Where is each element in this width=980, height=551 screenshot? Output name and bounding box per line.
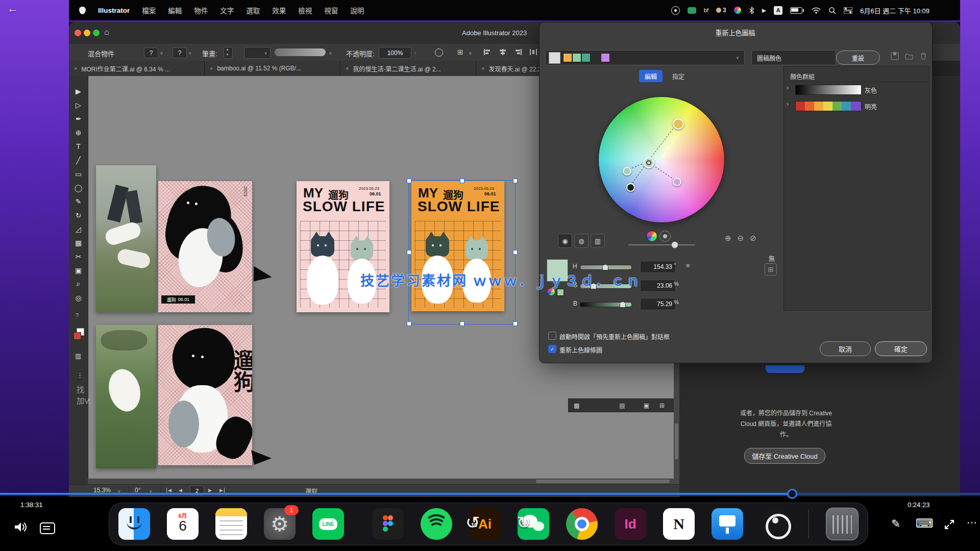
- fill-swatch[interactable]: [74, 332, 81, 340]
- menubar-clock[interactable]: 6月6日 週二 下午 10:09: [860, 6, 929, 15]
- align-center-icon[interactable]: [499, 49, 506, 55]
- menu-file[interactable]: 檔案: [142, 5, 156, 15]
- dock-obs-icon[interactable]: [760, 508, 792, 540]
- preset-swatch-purple[interactable]: [601, 53, 610, 62]
- scrubber-remaining[interactable]: [791, 493, 980, 495]
- photo-artwork-bottom[interactable]: [96, 325, 156, 468]
- artwork-colors-select[interactable]: 圖稿顏色: [751, 50, 836, 65]
- trash-icon[interactable]: [919, 52, 927, 60]
- stroke-proxy-chevron-icon[interactable]: ∨: [188, 51, 192, 56]
- opacity-value[interactable]: 100%: [379, 47, 411, 59]
- document-tab-2[interactable]: ×bamboo.ai @ 11.52 % (RGB/...: [205, 61, 340, 76]
- back-button[interactable]: ←: [7, 2, 18, 15]
- fill-proxy-chevron-icon[interactable]: ∨: [160, 51, 163, 56]
- tab-close-icon[interactable]: ×: [481, 65, 484, 71]
- remove-color-tool-icon[interactable]: ⊖: [738, 234, 744, 243]
- volume-icon[interactable]: [14, 521, 28, 533]
- group-bright-disclosure-icon[interactable]: ›: [787, 100, 789, 108]
- libraries-panel-icon[interactable]: ▣: [644, 402, 649, 409]
- window-close-button[interactable]: [75, 30, 81, 36]
- preset-swatch-orange[interactable]: [563, 53, 572, 62]
- photo-artwork-top[interactable]: [96, 165, 156, 312]
- saturation-value-input[interactable]: 23.06: [640, 280, 676, 292]
- scrubber-played[interactable]: [0, 493, 791, 495]
- reset-button[interactable]: 重設: [836, 51, 880, 65]
- meeting-app-icon[interactable]: [688, 7, 696, 14]
- artboards-panel-icon[interactable]: ⊞: [659, 402, 665, 409]
- brightness-value-input[interactable]: 75.29: [640, 298, 676, 310]
- skip-back-button[interactable]: ↺ 10: [465, 514, 486, 535]
- rotate-tool[interactable]: ↻: [69, 208, 88, 222]
- hand-tool[interactable]: ⌕: [69, 277, 88, 291]
- selection-handle-nw[interactable]: [407, 179, 411, 183]
- last-artboard-icon[interactable]: ▶: [219, 488, 225, 493]
- color-bars-view-button[interactable]: ▥: [591, 234, 605, 248]
- selection-handle-se[interactable]: [513, 321, 518, 326]
- poster-pink-cat-top[interactable]: 遛狗06.01 2023: [158, 181, 252, 312]
- recolor-art-checkbox[interactable]: ✓: [548, 345, 556, 353]
- selection-handle-s[interactable]: [460, 321, 464, 326]
- group-bright-swatches[interactable]: [795, 101, 862, 111]
- brightness-slider[interactable]: [628, 244, 695, 245]
- scrubber-knob[interactable]: [787, 489, 797, 499]
- help-tool-icon[interactable]: ?: [76, 312, 79, 318]
- bluetooth-icon[interactable]: [749, 7, 754, 14]
- color-node-dark[interactable]: [626, 183, 635, 192]
- add-color-tool-icon[interactable]: ⊕: [725, 234, 731, 243]
- dock-line-icon[interactable]: LINE: [312, 508, 344, 540]
- first-artboard-icon[interactable]: ◀: [166, 488, 172, 493]
- tab-close-icon[interactable]: ×: [74, 65, 77, 71]
- cancel-button[interactable]: 取消: [820, 341, 871, 356]
- vertical-scrollbar-thumb[interactable]: [675, 423, 678, 459]
- window-zoom-button[interactable]: [93, 30, 100, 36]
- dock-indesign-icon[interactable]: Id: [615, 508, 646, 540]
- type-tool[interactable]: T: [69, 139, 88, 153]
- group-gray-label[interactable]: 灰色: [865, 86, 877, 94]
- brightness-slider-knob[interactable]: [671, 241, 678, 248]
- next-artboard-icon[interactable]: ▶: [208, 488, 212, 493]
- horizontal-scrollbar-thumb[interactable]: [536, 480, 670, 483]
- align-left-icon[interactable]: [484, 49, 491, 55]
- menu-object[interactable]: 物件: [194, 5, 208, 15]
- stroke-weight-stepper[interactable]: ▲▼: [224, 47, 233, 59]
- color-node-base-selected[interactable]: [643, 157, 654, 168]
- group-gray-disclosure-icon[interactable]: ›: [787, 84, 789, 91]
- color-node-mint[interactable]: [623, 167, 631, 176]
- limit-library-button[interactable]: ⊞: [765, 263, 777, 276]
- menu-window[interactable]: 視窗: [324, 5, 338, 15]
- width-profile-select[interactable]: [275, 48, 326, 56]
- dock-keynote-icon[interactable]: [712, 508, 743, 540]
- color-node-purple[interactable]: [673, 178, 681, 186]
- rectangle-tool[interactable]: ▭: [69, 167, 88, 181]
- tab-edit[interactable]: 編輯: [639, 70, 663, 82]
- search-icon[interactable]: [828, 7, 836, 14]
- wheel-segmented-view-button[interactable]: ◍: [574, 234, 589, 248]
- pencil-tool[interactable]: ✎: [69, 194, 88, 208]
- dock-figma-icon[interactable]: [372, 508, 404, 540]
- color-app-icon[interactable]: [734, 7, 741, 14]
- grid-options-icon[interactable]: ⊞: [457, 48, 463, 56]
- grid-options-chevron-icon[interactable]: ∨: [469, 51, 472, 56]
- folder-icon[interactable]: [905, 52, 913, 60]
- keyboard-icon[interactable]: ⌨: [916, 516, 934, 531]
- selection-tool[interactable]: ▶: [69, 84, 88, 98]
- battery-icon[interactable]: [790, 7, 804, 14]
- selection-handle-w[interactable]: [407, 250, 411, 255]
- preset-combo-chevron-icon[interactable]: ∨: [736, 55, 739, 60]
- tab-close-icon[interactable]: ×: [210, 65, 213, 71]
- chat-icon[interactable]: [40, 522, 55, 534]
- wheel-smooth-view-button[interactable]: ◉: [558, 234, 572, 248]
- control-center-icon[interactable]: [844, 7, 852, 14]
- tab-close-icon[interactable]: ×: [346, 65, 349, 71]
- shape-mode-icon[interactable]: [435, 48, 443, 57]
- menu-help[interactable]: 說明: [350, 5, 364, 15]
- document-tab-3[interactable]: ×我的慢生活-第二课生活.ai @ 2...: [340, 61, 476, 76]
- zoom-tool[interactable]: ◎: [69, 291, 88, 305]
- appearance-panel-icon[interactable]: ▦: [574, 402, 579, 409]
- prev-artboard-icon[interactable]: ◀: [179, 488, 182, 493]
- dock-notes-icon[interactable]: [215, 508, 247, 540]
- menu-type[interactable]: 文字: [220, 5, 234, 15]
- input-source-icon[interactable]: A: [774, 6, 782, 15]
- document-tab-1[interactable]: ×MORI作业第二课.ai @ 6.34 % ...: [69, 61, 205, 76]
- scissors-tool[interactable]: ✂: [69, 249, 88, 263]
